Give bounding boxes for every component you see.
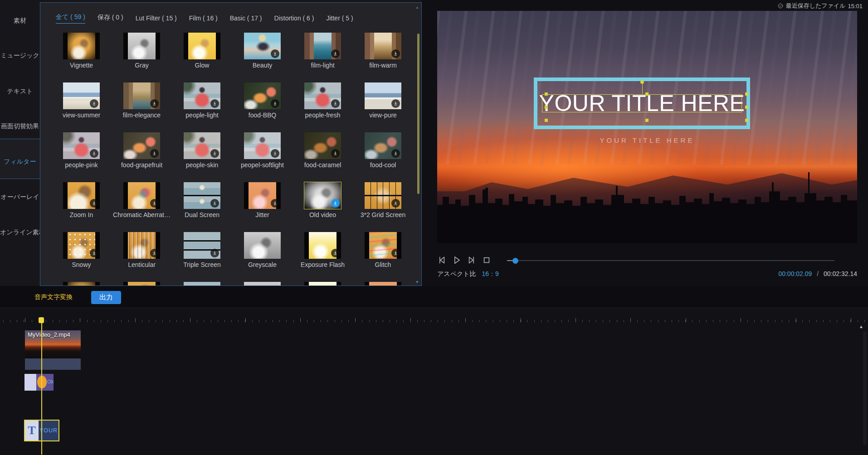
- filter-thumbnail[interactable]: [63, 82, 100, 109]
- selection-handle[interactable]: [745, 119, 748, 122]
- filter-thumbnail[interactable]: [244, 132, 281, 159]
- filter-thumbnail[interactable]: [123, 232, 160, 259]
- download-icon[interactable]: [271, 149, 279, 158]
- video-preview[interactable]: YOUR TITLE HERE YOUR TITLE HERE: [437, 11, 857, 243]
- filter-panel-scrollbar[interactable]: [417, 34, 419, 194]
- filter-thumbnail[interactable]: [63, 232, 100, 259]
- download-icon[interactable]: [391, 99, 400, 108]
- fullscreen-icon[interactable]: [842, 254, 853, 266]
- download-icon[interactable]: [331, 99, 340, 108]
- filter-tab-6[interactable]: Distortion ( 6 ): [274, 15, 314, 24]
- playhead-handle[interactable]: [39, 317, 44, 323]
- volume-icon[interactable]: [826, 254, 838, 266]
- filter-thumbnail[interactable]: [123, 82, 160, 109]
- download-icon[interactable]: [210, 149, 219, 158]
- download-icon[interactable]: [150, 249, 159, 257]
- sidebar-item-2[interactable]: ミュージック: [0, 48, 40, 62]
- selection-handle[interactable]: [545, 119, 548, 122]
- filter-thumbnail[interactable]: [63, 132, 100, 159]
- sidebar-item-7[interactable]: オンライン素材: [0, 225, 40, 239]
- filter-tab-7[interactable]: Jitter ( 5 ): [326, 15, 353, 24]
- filter-thumbnail[interactable]: [63, 282, 100, 286]
- subtitle-text[interactable]: YOUR TITLE HERE: [437, 136, 857, 144]
- filter-thumbnail[interactable]: [123, 33, 160, 59]
- download-icon[interactable]: [150, 199, 159, 208]
- previous-frame-icon[interactable]: [436, 255, 447, 266]
- play-icon[interactable]: [451, 255, 462, 266]
- download-icon[interactable]: [391, 199, 400, 208]
- selection-handle[interactable]: [645, 92, 649, 96]
- scroll-up-track-icon[interactable]: ▲: [859, 324, 863, 329]
- filter-thumbnail[interactable]: [244, 82, 281, 109]
- sidebar-item-1[interactable]: 素材: [0, 14, 40, 27]
- filter-thumbnail[interactable]: [123, 132, 160, 159]
- recent-saved-files[interactable]: 最近保存したファイル 15:01: [777, 2, 863, 10]
- export-button[interactable]: 出力: [91, 291, 121, 304]
- timeline-ruler[interactable]: [0, 308, 868, 323]
- filter-thumbnail[interactable]: [184, 33, 220, 59]
- filter-tab-2[interactable]: 保存 ( 0 ): [98, 14, 123, 24]
- filter-thumbnail[interactable]: [304, 182, 341, 209]
- filter-tab-1[interactable]: 全て ( 59 ): [56, 13, 85, 24]
- download-icon[interactable]: [210, 199, 219, 208]
- next-frame-icon[interactable]: [466, 255, 477, 266]
- selection-handle[interactable]: [645, 119, 649, 122]
- scroll-down-icon[interactable]: ▼: [415, 280, 419, 284]
- filter-thumbnail[interactable]: [184, 232, 220, 259]
- filter-tab-3[interactable]: Lut Filter ( 15 ): [136, 15, 177, 24]
- seek-thumb[interactable]: [512, 258, 518, 264]
- aspect-ratio-value[interactable]: 16：9: [482, 270, 499, 277]
- download-icon[interactable]: [90, 99, 98, 108]
- filter-thumbnail[interactable]: [304, 33, 341, 59]
- stop-icon[interactable]: [481, 255, 492, 266]
- filter-thumbnail[interactable]: [244, 232, 281, 259]
- filter-thumbnail[interactable]: [63, 182, 100, 209]
- download-icon[interactable]: [210, 99, 219, 108]
- video-clip[interactable]: MyVideo_2.mp4: [25, 330, 81, 370]
- sidebar-item-4[interactable]: 画面切替効果: [0, 119, 40, 133]
- download-icon[interactable]: [331, 149, 340, 158]
- title-overlay-box[interactable]: YOUR TITLE HERE: [534, 77, 750, 129]
- filter-thumbnail[interactable]: [123, 282, 160, 286]
- vertical-scrollbar[interactable]: [863, 331, 867, 445]
- selection-handle[interactable]: [545, 92, 548, 96]
- selection-handle[interactable]: [745, 92, 748, 96]
- filter-thumbnail[interactable]: [365, 182, 401, 209]
- filter-thumbnail[interactable]: [304, 82, 341, 109]
- filter-thumbnail[interactable]: [63, 33, 100, 59]
- filter-thumbnail[interactable]: [184, 132, 220, 159]
- filter-thumbnail[interactable]: [304, 282, 341, 286]
- filter-tab-5[interactable]: Basic ( 17 ): [230, 15, 262, 24]
- filter-thumbnail[interactable]: [365, 132, 401, 159]
- filter-thumbnail[interactable]: [365, 282, 401, 286]
- filter-thumbnail[interactable]: [184, 182, 220, 209]
- seek-bar[interactable]: [507, 260, 834, 261]
- download-icon[interactable]: [90, 199, 98, 208]
- sidebar-item-3[interactable]: テキスト: [0, 84, 40, 98]
- download-icon[interactable]: [150, 99, 159, 108]
- filter-thumbnail[interactable]: [184, 82, 220, 109]
- download-icon[interactable]: [331, 249, 340, 257]
- download-icon[interactable]: [150, 149, 159, 158]
- selection-handle[interactable]: [745, 106, 748, 109]
- speech-to-text-button[interactable]: 音声文字変換: [34, 293, 73, 301]
- filter-thumbnail[interactable]: [365, 33, 401, 59]
- download-icon[interactable]: [391, 49, 400, 58]
- filter-thumbnail[interactable]: [304, 132, 341, 159]
- download-icon[interactable]: [331, 49, 340, 58]
- selection-handle[interactable]: [545, 106, 548, 109]
- sidebar-item-6[interactable]: オーバーレイ: [0, 190, 40, 203]
- download-icon[interactable]: [271, 199, 279, 208]
- filter-thumbnail[interactable]: [244, 282, 281, 286]
- download-icon[interactable]: [90, 249, 98, 257]
- download-icon[interactable]: [271, 49, 279, 58]
- filter-tab-4[interactable]: Film ( 16 ): [189, 15, 218, 24]
- download-icon[interactable]: [210, 249, 219, 257]
- sidebar-item-5[interactable]: フィルター: [0, 155, 40, 168]
- filter-thumbnail[interactable]: [304, 232, 341, 259]
- filter-thumbnail[interactable]: [244, 182, 281, 209]
- filter-thumbnail[interactable]: [184, 282, 220, 286]
- download-icon[interactable]: [391, 249, 400, 257]
- download-icon[interactable]: [331, 199, 340, 208]
- scroll-up-icon[interactable]: ▲: [415, 5, 419, 10]
